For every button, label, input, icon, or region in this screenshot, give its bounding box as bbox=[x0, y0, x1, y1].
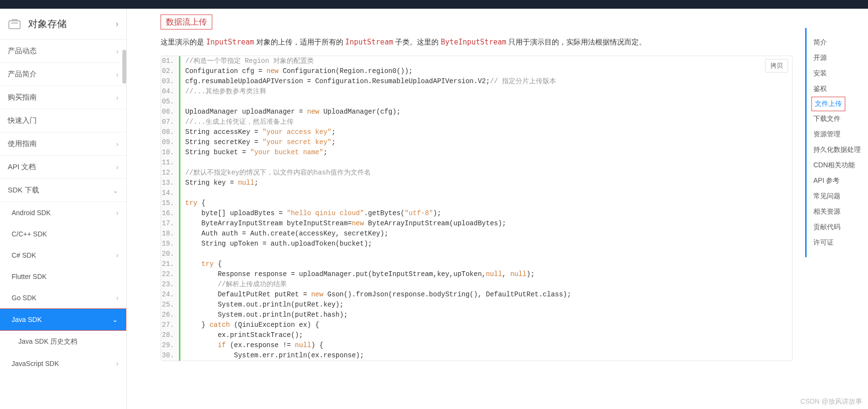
sidebar-item-label: C/C++ SDK bbox=[12, 230, 118, 238]
sidebar-item[interactable]: 产品简介› bbox=[0, 63, 126, 86]
rightnav-item[interactable]: 下载文件 bbox=[813, 111, 868, 127]
sidebar-item-label: 使用指南 bbox=[8, 139, 116, 148]
code-content: if (ex.response != null) { bbox=[180, 340, 324, 351]
sidebar-item[interactable]: JavaScript SDK› bbox=[0, 353, 126, 374]
section-description: 这里演示的是 InputStream 对象的上传，适用于所有的 InputStr… bbox=[161, 36, 793, 48]
code-content: try { bbox=[180, 259, 222, 269]
line-number: 05. bbox=[161, 97, 180, 107]
rightnav-item[interactable]: 简介 bbox=[813, 35, 868, 50]
sidebar-item[interactable]: 购买指南› bbox=[0, 86, 126, 109]
code-content: } catch (QiniuException ex) { bbox=[180, 320, 319, 330]
code-line: 21. try { bbox=[161, 259, 792, 269]
line-number: 08. bbox=[161, 127, 180, 137]
sidebar-item[interactable]: API 文档› bbox=[0, 156, 126, 179]
code-line: 29. if (ex.response != null) { bbox=[161, 340, 792, 351]
sidebar-item[interactable]: 产品动态› bbox=[0, 40, 126, 63]
code-line: 08.String accessKey = "your access key"; bbox=[161, 127, 792, 137]
line-number: 17. bbox=[161, 219, 180, 229]
code-line: 10.String bucket = "your bucket name"; bbox=[161, 147, 792, 158]
rightnav-item[interactable]: API 参考 bbox=[813, 173, 868, 189]
line-number: 27. bbox=[161, 320, 180, 330]
scrollbar-thumb[interactable] bbox=[122, 50, 126, 84]
rightnav-item[interactable]: 相关资源 bbox=[813, 204, 868, 219]
rightnav-item[interactable]: 资源管理 bbox=[813, 127, 868, 142]
sidebar-item[interactable]: Go SDK› bbox=[0, 287, 126, 308]
line-number: 14. bbox=[161, 188, 180, 198]
code-line: 14. bbox=[161, 188, 792, 198]
sidebar-item-label: 产品动态 bbox=[8, 46, 116, 56]
sidebar-item-java-sdk[interactable]: Java SDK⌄ bbox=[0, 308, 126, 331]
code-content bbox=[180, 249, 185, 259]
line-number: 28. bbox=[161, 330, 180, 340]
line-number: 24. bbox=[161, 290, 180, 300]
main-content: 数据流上传 这里演示的是 InputStream 对象的上传，适用于所有的 In… bbox=[127, 9, 805, 409]
rightnav-item[interactable]: 常见问题 bbox=[813, 189, 868, 204]
line-number: 21. bbox=[161, 259, 180, 269]
code-content: cfg.resumableUploadAPIVersion = Configur… bbox=[180, 76, 556, 87]
svg-rect-0 bbox=[9, 21, 20, 29]
code-content bbox=[180, 97, 185, 107]
chevron-right-icon: › bbox=[116, 19, 118, 29]
sidebar-item-label: 快速入门 bbox=[8, 116, 118, 125]
sidebar-item[interactable]: C/C++ SDK bbox=[0, 223, 126, 245]
copy-button[interactable]: 拷贝 bbox=[765, 59, 788, 73]
chevron-icon: › bbox=[116, 251, 118, 259]
sidebar-item[interactable]: Flutter SDK bbox=[0, 266, 126, 287]
line-number: 19. bbox=[161, 239, 180, 249]
sidebar-item[interactable]: SDK 下载⌄ bbox=[0, 179, 126, 202]
sidebar-item[interactable]: C# SDK› bbox=[0, 245, 126, 266]
code-content: UploadManager uploadManager = new Upload… bbox=[180, 107, 400, 117]
sidebar: 对象存储 › 产品动态›产品简介›购买指南›快速入门使用指南›API 文档›SD… bbox=[0, 9, 127, 409]
code-content: DefaultPutRet putRet = new Gson().fromJs… bbox=[180, 290, 571, 300]
code-line: 27. } catch (QiniuException ex) { bbox=[161, 320, 792, 330]
code-line: 18. Auth auth = Auth.create(accessKey, s… bbox=[161, 229, 792, 239]
code-content: String upToken = auth.uploadToken(bucket… bbox=[180, 239, 372, 249]
line-number: 16. bbox=[161, 208, 180, 219]
sidebar-header[interactable]: 对象存储 › bbox=[0, 9, 126, 40]
code-line: 01.//构造一个带指定 Region 对象的配置类 bbox=[161, 56, 792, 66]
sidebar-item-label: Flutter SDK bbox=[12, 273, 118, 280]
code-content: String secretKey = "your secret key"; bbox=[180, 137, 336, 147]
sidebar-item[interactable]: Android SDK› bbox=[0, 202, 126, 223]
code-inline: InputStream bbox=[345, 38, 393, 46]
code-inline: InputStream bbox=[206, 38, 254, 46]
chevron-icon: ⌄ bbox=[113, 187, 118, 194]
rightnav-item[interactable]: 持久化数据处理 bbox=[813, 142, 868, 158]
rightnav-item[interactable]: 开源 bbox=[813, 50, 868, 66]
rightnav-item[interactable]: 文件上传 bbox=[811, 97, 845, 111]
rightnav-item[interactable]: 贡献代码 bbox=[813, 219, 868, 235]
sidebar-item-label: Android SDK bbox=[12, 209, 116, 217]
code-block: 拷贝 01.//构造一个带指定 Region 对象的配置类02.Configur… bbox=[161, 56, 793, 361]
sidebar-item[interactable]: Java SDK 历史文档 bbox=[0, 331, 126, 353]
sidebar-item-label: Java SDK 历史文档 bbox=[18, 337, 118, 346]
chevron-icon: › bbox=[116, 71, 118, 78]
code-line: 12.//默认不指定key的情况下，以文件内容的hash值作为文件名 bbox=[161, 168, 792, 178]
code-content: //默认不指定key的情况下，以文件内容的hash值作为文件名 bbox=[180, 168, 371, 178]
section-title: 数据流上传 bbox=[161, 15, 212, 29]
code-line: 28. ex.printStackTrace(); bbox=[161, 330, 792, 340]
sidebar-item[interactable]: 使用指南› bbox=[0, 132, 126, 156]
rightnav-item[interactable]: 许可证 bbox=[813, 235, 868, 250]
chevron-icon: › bbox=[116, 209, 118, 217]
rightnav-item[interactable]: 鉴权 bbox=[813, 81, 868, 97]
top-bar bbox=[0, 0, 868, 9]
code-line: 26. System.out.println(putRet.hash); bbox=[161, 310, 792, 320]
rightnav-item[interactable]: 安装 bbox=[813, 66, 868, 81]
line-number: 06. bbox=[161, 107, 180, 117]
line-number: 18. bbox=[161, 229, 180, 239]
line-number: 11. bbox=[161, 158, 180, 168]
chevron-icon: ⌄ bbox=[112, 316, 118, 323]
watermark: CSDN @放风讲故事 bbox=[800, 397, 862, 406]
code-content: System.err.println(ex.response); bbox=[180, 351, 364, 361]
code-line: 30. System.err.println(ex.response); bbox=[161, 351, 792, 361]
line-number: 25. bbox=[161, 300, 180, 310]
sidebar-item[interactable]: 快速入门 bbox=[0, 109, 126, 132]
line-number: 12. bbox=[161, 168, 180, 178]
code-content: //构造一个带指定 Region 对象的配置类 bbox=[180, 56, 314, 66]
sidebar-item-label: JavaScript SDK bbox=[12, 360, 116, 367]
code-line: 02.Configuration cfg = new Configuration… bbox=[161, 66, 792, 76]
chevron-icon: › bbox=[116, 163, 118, 171]
rightnav-item[interactable]: CDN相关功能 bbox=[813, 158, 868, 173]
sidebar-item-label: SDK 下载 bbox=[8, 186, 113, 195]
code-line: 25. System.out.println(putRet.key); bbox=[161, 300, 792, 310]
